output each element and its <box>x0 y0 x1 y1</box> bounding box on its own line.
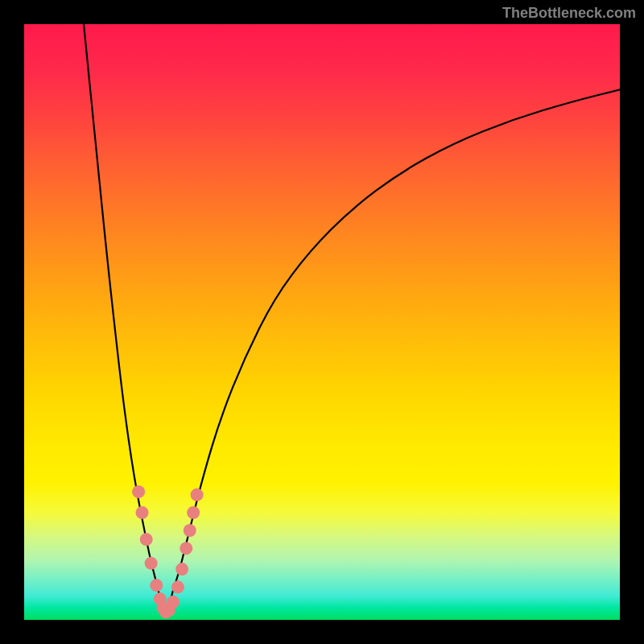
data-marker-11 <box>175 563 188 576</box>
data-marker-2 <box>140 533 153 546</box>
marker-group <box>132 485 204 618</box>
watermark-text: TheBottleneck.com <box>502 5 636 22</box>
curve-group <box>84 24 620 611</box>
data-marker-9 <box>167 596 180 609</box>
data-marker-12 <box>180 542 192 555</box>
curve-left-curve <box>84 24 164 611</box>
data-marker-1 <box>136 506 149 519</box>
data-marker-0 <box>132 485 145 498</box>
bottleneck-chart <box>24 24 620 620</box>
chart-svg <box>24 24 620 620</box>
data-marker-3 <box>145 557 158 570</box>
data-marker-15 <box>191 489 204 502</box>
data-marker-4 <box>150 579 163 592</box>
data-marker-14 <box>187 506 200 519</box>
data-marker-13 <box>184 524 196 537</box>
data-marker-10 <box>171 580 184 593</box>
curve-right-curve <box>167 89 620 611</box>
